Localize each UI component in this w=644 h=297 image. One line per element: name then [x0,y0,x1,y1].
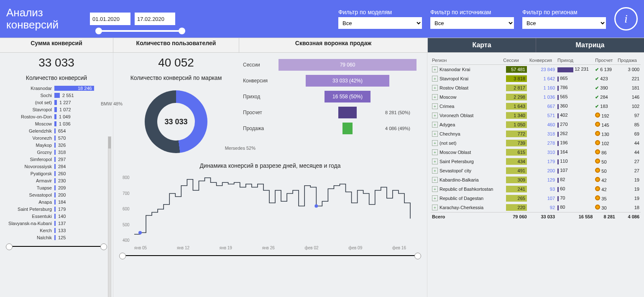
donut-label-mersedes: Mersedes 52% [225,146,256,151]
matrix-row: +Kabardino-Balkaria 309 129 82 42 19 [431,175,641,184]
expand-icon[interactable]: + [432,140,438,146]
date-range-slider[interactable] [97,30,184,32]
expand-icon[interactable]: + [432,159,438,164]
matrix-row: +Krasnodar Krai 57 481 23 849 12 231 ✔ 6… [431,65,641,74]
slider-knob-left[interactable] [119,253,126,259]
filter-models: Фильтр по моделям Все [338,9,422,29]
expand-icon[interactable]: + [432,85,438,91]
slider-knob-left[interactable] [95,28,102,34]
matrix-row: +Republic of Bashkortostan 241 93 60 42 … [431,184,641,194]
filter-regions-select[interactable]: Все [522,17,606,29]
info-button[interactable]: i [614,7,638,31]
filter-regions: Фильтр по регионам Все [522,9,606,29]
tab-map[interactable]: Карта [428,38,536,52]
date-from-input[interactable] [90,13,130,25]
matrix-row: +Moscow 2 298 1 036 565 ✔ 284 146 [431,92,641,102]
svg-text:600: 600 [123,207,130,211]
kpi-sum-value: 33 033 [0,53,113,73]
expand-icon[interactable]: + [432,113,438,118]
city-bar-row: Voronezh570 [2,134,111,141]
filter-models-label: Фильтр по моделям [338,9,422,15]
warn-icon [595,122,600,127]
svg-point-6 [314,205,318,208]
check-icon: ✔ [595,95,599,100]
matrix-row: +Adygea 1 050 460 270 145 85 [431,120,641,129]
expand-icon[interactable]: + [432,177,438,183]
donut-chart: 33 033 BMW 48% Mersedes 52% [113,89,239,155]
matrix-row: +Moscow Oblast 615 310 164 86 44 [431,148,641,157]
city-bar-row: Rostov-on-Don1 049 [2,113,111,120]
city-bar-row: Novorossiysk284 [2,163,111,170]
city-bar-row: Sevastopol200 [2,191,111,198]
warn-icon [595,195,600,200]
expand-icon[interactable]: + [432,122,438,128]
expand-icon[interactable]: + [432,205,438,210]
timeline-title: Динамика конерсий в разрезе дней, месяце… [113,161,427,172]
warn-icon [595,159,600,164]
warn-icon [595,140,600,145]
tab-matrix[interactable]: Матрица [536,38,644,52]
svg-text:500: 500 [123,223,130,227]
donut-title: Количество конверсий по маркам [113,73,239,84]
expand-icon[interactable]: + [432,168,438,174]
warn-icon [595,113,600,118]
expand-icon[interactable]: + [432,131,438,137]
city-range-slider[interactable] [8,246,105,247]
expand-icon[interactable]: + [432,94,438,100]
svg-text:800: 800 [123,176,130,180]
date-to-input[interactable] [135,13,175,25]
expand-icon[interactable]: + [432,76,438,82]
city-bars-scrollbar[interactable] [108,136,111,297]
expand-icon[interactable]: + [432,186,438,192]
matrix-row: +Saint Petersburg 434 179 110 50 27 [431,157,641,166]
city-bar-row: Krasnodar18 246 [2,84,111,92]
city-bar-row: Slavyansk-na-Kubani137 [2,220,111,227]
check-icon: ✔ [595,67,599,72]
region-matrix: РегионСессииКонверсияПриходПросчетПродаж… [427,53,644,220]
timeline-range-slider[interactable] [122,255,419,256]
city-bar-row: Nalchik125 [2,234,111,241]
funnel-chart: Сессии79 060Конверсия33 033 (42%)Приход1… [239,53,427,136]
warn-icon [595,177,600,182]
funnel-row: Продажа4 086 (49%) [243,120,419,136]
kpi-header-row: Сумма конверсий Количество пользователей… [0,38,644,53]
kpi-users-label: Количество пользователей [113,38,239,52]
filter-sources: Фильтр по источникам Все [430,9,514,29]
matrix-row: +Stavropol Krai 3 818 1 642 865 ✔ 423 22… [431,74,641,83]
filter-models-select[interactable]: Все [338,17,422,29]
expand-icon[interactable]: + [432,103,438,109]
kpi-users-value: 40 052 [113,53,239,73]
svg-point-5 [138,231,142,234]
matrix-row: +Republic of Dagestan 265 107 70 35 19 [431,194,641,203]
slider-knob-right[interactable] [100,243,107,250]
donut-center-value: 33 033 [164,118,187,126]
matrix-row: +(not set) 739 278 196 102 44 [431,138,641,148]
funnel-row: Конверсия33 033 (42%) [243,73,419,89]
slider-knob-right[interactable] [179,28,185,34]
matrix-row: +Voronezh Oblast 1 340 571 402 192 97 [431,111,641,120]
filter-regions-label: Фильтр по регионам [522,9,606,15]
svg-text:400: 400 [123,238,130,243]
city-bar-row: Simferopol297 [2,156,111,163]
warn-icon [595,168,600,173]
expand-icon[interactable]: + [432,195,438,201]
city-bar-row: Gelendzhik654 [2,127,111,134]
slider-knob-left[interactable] [6,243,13,250]
city-bar-row: (not set)1 227 [2,99,111,106]
warn-icon [595,131,600,136]
slider-knob-right[interactable] [414,253,421,259]
funnel-row: Просчет8 281 (50%) [243,105,419,120]
city-bar-row: Maykop326 [2,141,111,148]
filter-sources-label: Фильтр по источникам [430,9,514,15]
city-bars-title: Количество конверсий [0,73,113,84]
city-bar-row: Sochi2 551 [2,92,111,99]
check-icon: ✔ [595,76,599,81]
funnel-row: Приход16 558 (50%) [243,89,419,105]
city-bar-row: Armavir230 [2,177,111,184]
filter-sources-select[interactable]: Все [430,17,514,29]
header-bar: Анализ конверсий Фильтр по моделям Все Ф… [0,0,644,38]
expand-icon[interactable]: + [432,149,438,155]
expand-icon[interactable]: + [432,67,438,72]
matrix-row: +Crimea 1 643 667 360 ✔ 183 102 [431,102,641,111]
matrix-row: +Sevastopol' city 491 200 107 50 27 [431,166,641,175]
